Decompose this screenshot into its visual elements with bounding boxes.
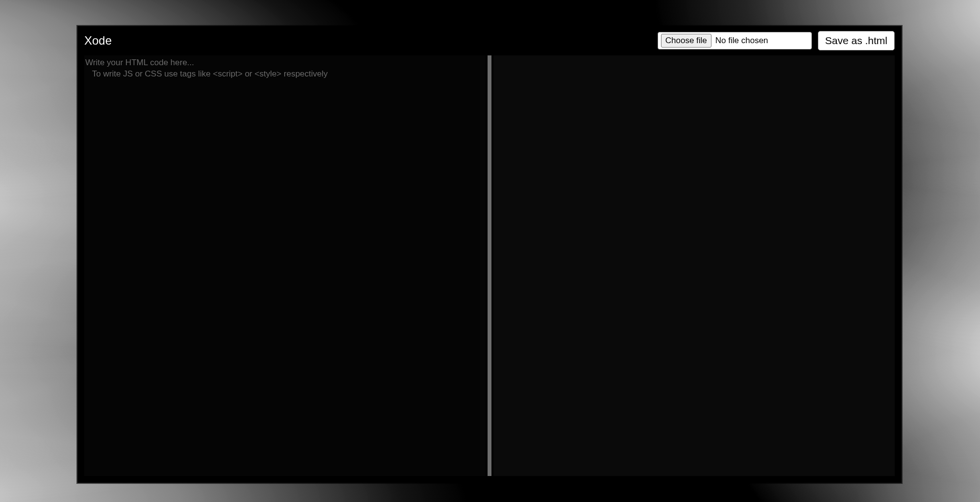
preview-pane[interactable] [493,55,895,476]
header: Xode Choose file No file chosen Save as … [77,26,902,52]
code-editor[interactable] [84,55,486,476]
app-title: Xode [84,34,112,48]
save-button[interactable]: Save as .html [818,31,895,50]
app-window: Xode Choose file No file chosen Save as … [77,26,902,483]
file-input-status: No file chosen [715,36,768,46]
file-input-wrapper[interactable]: Choose file No file chosen [658,32,812,50]
choose-file-button[interactable]: Choose file [661,34,711,48]
pane-divider[interactable] [488,55,491,476]
split-panes [77,52,902,483]
